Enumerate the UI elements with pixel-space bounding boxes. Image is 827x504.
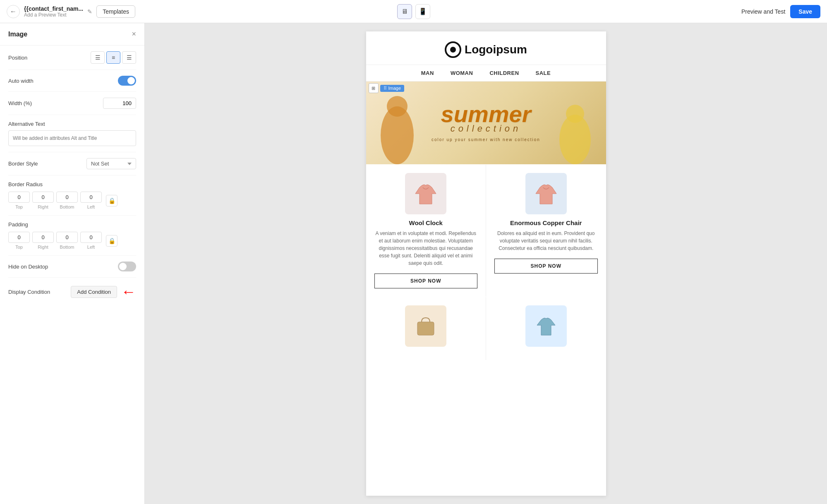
close-button[interactable]: ×	[132, 30, 136, 38]
padding-field: Padding Top Right Bottom	[8, 216, 136, 256]
arrow-indicator: ←	[121, 284, 136, 299]
display-condition-row: Display Condition Add Condition ←	[8, 278, 136, 306]
border-radius-lock-button[interactable]: 🔒	[106, 195, 117, 206]
back-icon: ←	[10, 8, 17, 15]
width-field: Width (%) 100	[8, 92, 136, 115]
padding-bottom-wrap: Bottom	[56, 232, 78, 250]
padding-left-label: Left	[87, 245, 95, 250]
border-radius-left-wrap: Left	[80, 192, 102, 209]
shirt-icon	[534, 314, 559, 338]
padding-top-wrap: Top	[8, 232, 30, 250]
padding-top-label: Top	[15, 245, 23, 250]
hide-desktop-toggle[interactable]	[118, 262, 136, 271]
product-card-2: Enormous Copper Chair Dolores ea aliquid…	[486, 165, 606, 297]
padding-lock-button[interactable]: 🔒	[106, 235, 117, 247]
border-radius-label: Border Radius	[8, 181, 136, 187]
save-button[interactable]: Save	[790, 5, 820, 18]
preview-test-button[interactable]: Preview and Test	[741, 8, 785, 15]
product-card-4	[486, 297, 606, 360]
hide-desktop-field: Hide on Desktop	[8, 256, 136, 278]
shop-now-button-2[interactable]: SHOP NOW	[494, 259, 598, 274]
alt-text-section: Alternative Text	[8, 115, 136, 152]
hide-desktop-label: Hide on Desktop	[8, 264, 48, 270]
panel-body: Position ☰ ≡ ☰ Auto width	[0, 46, 144, 504]
topbar-left: ← {{contact_first_nam... Add a Preview T…	[7, 5, 736, 18]
padding-label: Padding	[8, 221, 136, 228]
image-tag-text: Image	[388, 86, 401, 91]
product-card-3	[366, 297, 486, 360]
logo-text: Logoipsum	[465, 43, 527, 56]
main-layout: Image × Position ☰ ≡ ☰	[0, 23, 827, 504]
product-image-4	[525, 305, 567, 347]
email-preview: Logoipsum MAN WOMAN CHILDREN SALE ⊞ ⠿	[366, 31, 606, 496]
padding-right-wrap: Right	[32, 232, 54, 250]
border-radius-top-wrap: Top	[8, 192, 30, 209]
templates-button[interactable]: Templates	[96, 5, 135, 18]
position-buttons: ☰ ≡ ☰	[91, 51, 136, 64]
nav-children: CHILDREN	[489, 70, 519, 76]
mobile-view-button[interactable]: 📱	[415, 4, 430, 19]
border-radius-bottom-wrap: Bottom	[56, 192, 78, 209]
banner-subtitle: color up your summer with new collection	[431, 137, 540, 142]
edit-icon[interactable]: ✎	[87, 8, 92, 15]
product-name-2: Enormous Copper Chair	[494, 219, 598, 226]
add-condition-button[interactable]: Add Condition	[71, 286, 117, 298]
nav-woman: WOMAN	[451, 70, 473, 76]
align-center-button[interactable]: ≡	[106, 51, 120, 64]
border-radius-right[interactable]	[32, 192, 54, 203]
mobile-icon: 📱	[419, 7, 427, 15]
border-radius-right-wrap: Right	[32, 192, 54, 209]
nav-man: MAN	[421, 70, 434, 76]
padding-right[interactable]	[32, 232, 54, 243]
topbar-right: Preview and Test Save	[741, 5, 820, 18]
banner-person-right	[556, 102, 594, 164]
desktop-icon: 🖥	[401, 8, 408, 15]
product-desc-2: Dolores ea aliquid est in eum. Provident…	[494, 230, 598, 252]
position-label: Position	[8, 55, 27, 61]
product-desc-1: A veniam et in voluptate et modi. Repell…	[374, 230, 478, 267]
padding-bottom[interactable]	[56, 232, 78, 243]
padding-inputs: Top Right Bottom Left 🔒	[8, 232, 136, 250]
border-radius-top[interactable]	[8, 192, 30, 203]
image-settings-panel: Image × Position ☰ ≡ ☰	[0, 23, 145, 504]
auto-width-toggle[interactable]	[118, 76, 136, 86]
banner-text: summer collection color up your summer w…	[431, 104, 540, 142]
border-radius-left[interactable]	[80, 192, 102, 203]
border-style-select[interactable]: Not Set Solid Dashed Dotted	[86, 158, 136, 169]
alt-text-input[interactable]	[8, 130, 136, 146]
padding-left[interactable]	[80, 232, 102, 243]
product-grid-2	[366, 297, 606, 360]
shop-now-button-1[interactable]: SHOP NOW	[374, 274, 478, 288]
back-button[interactable]: ←	[7, 5, 20, 18]
summer-title: summer	[431, 104, 540, 125]
display-condition-label: Display Condition	[8, 289, 50, 295]
svg-rect-6	[417, 322, 434, 335]
selection-overlay: ⊞ ⠿ Image	[366, 82, 606, 95]
block-handle[interactable]: ⊞	[369, 83, 379, 93]
width-input[interactable]: 100	[103, 98, 136, 109]
align-left-button[interactable]: ☰	[91, 51, 105, 64]
drag-icon: ⠿	[384, 86, 387, 91]
svg-point-5	[566, 105, 584, 123]
svg-point-1	[450, 47, 456, 53]
align-right-icon: ☰	[127, 54, 132, 61]
banner-container: ⊞ ⠿ Image	[366, 82, 606, 164]
auto-width-field: Auto width	[8, 70, 136, 92]
border-radius-bottom[interactable]	[56, 192, 78, 203]
email-nav: MAN WOMAN CHILDREN SALE	[366, 65, 606, 82]
email-logo-section: Logoipsum	[366, 31, 606, 65]
product-grid: Wool Clock A veniam et in voluptate et m…	[366, 165, 606, 297]
padding-left-wrap: Left	[80, 232, 102, 250]
padding-right-label: Right	[38, 245, 48, 250]
banner-section: ⊞ ⠿ Image	[366, 82, 606, 164]
border-radius-right-label: Right	[38, 204, 48, 209]
border-radius-bottom-label: Bottom	[60, 204, 74, 209]
contact-info: {{contact_first_nam... Add a Preview Tex…	[24, 5, 83, 18]
padding-bottom-label: Bottom	[60, 245, 74, 250]
lock-icon: 🔒	[108, 197, 115, 204]
width-label: Width (%)	[8, 100, 32, 106]
padding-top[interactable]	[8, 232, 30, 243]
align-right-button[interactable]: ☰	[122, 51, 136, 64]
border-style-label: Border Style	[8, 161, 38, 167]
desktop-view-button[interactable]: 🖥	[397, 4, 412, 19]
